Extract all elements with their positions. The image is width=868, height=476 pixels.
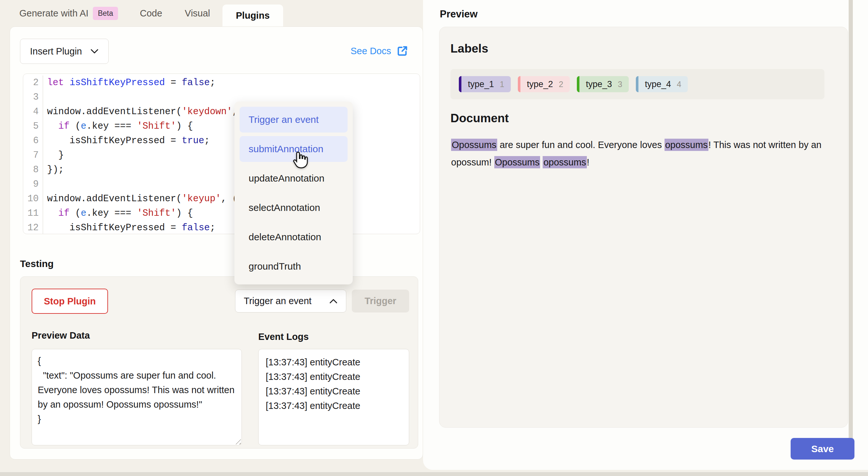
code-text: isShiftKeyPressed = true; [43, 136, 210, 146]
line-number: 4 [23, 105, 43, 119]
chevron-down-icon [90, 49, 99, 54]
testing-heading: Testing [20, 258, 54, 269]
line-number: 3 [23, 90, 43, 105]
event-menu-item[interactable]: deleteAnnotation [240, 224, 348, 250]
tab-bar: Generate with AI Beta Code Visual Plugin… [19, 0, 283, 26]
code-line[interactable]: 9 [23, 177, 420, 191]
label-hotkey: 4 [677, 80, 681, 89]
event-log-line: [13:37:43] entityCreate [266, 355, 402, 369]
vertical-scrollbar[interactable] [849, 0, 853, 449]
event-dropdown-menu: Trigger an eventsubmitAnnotationupdateAn… [235, 101, 353, 285]
label-color-bar [636, 76, 639, 92]
see-docs-link[interactable]: See Docs [350, 45, 408, 57]
event-logs-box: [13:37:43] entityCreate[13:37:43] entity… [258, 349, 409, 445]
code-text: }); [43, 165, 64, 175]
tab-generate-label: Generate with AI [19, 8, 88, 19]
label-name: type_2 [527, 79, 553, 89]
beta-badge: Beta [93, 7, 118, 20]
insert-plugin-label: Insert Plugin [30, 46, 82, 57]
external-link-icon [396, 45, 408, 57]
event-logs-heading: Event Logs [258, 331, 309, 342]
code-line[interactable]: 7 } [23, 148, 420, 162]
event-menu-item[interactable]: Trigger an event [240, 107, 348, 132]
line-number: 6 [23, 133, 43, 148]
preview-card: Labels type_11type_22type_33type_44 Docu… [439, 27, 848, 428]
document-span: ! [587, 157, 589, 167]
label-chip-body: type_44 [639, 76, 688, 92]
code-text: if (e.key === 'Shift') { [43, 121, 193, 131]
event-select-value: Trigger an event [244, 296, 311, 306]
event-menu-item[interactable]: selectAnnotation [240, 195, 348, 220]
insert-plugin-button[interactable]: Insert Plugin [20, 39, 108, 64]
label-chip-body: type_11 [461, 76, 511, 92]
line-number: 8 [23, 162, 43, 177]
label-color-bar [577, 76, 580, 92]
line-number: 9 [23, 177, 43, 191]
document-text[interactable]: Opossums are super fun and cool. Everyon… [451, 136, 835, 171]
document-span: are super fun and cool. Everyone loves [497, 140, 664, 150]
label-chip-body: type_33 [580, 76, 629, 92]
label-chip-type_1[interactable]: type_11 [459, 76, 511, 92]
code-text: if (e.key === 'Shift') { [43, 208, 193, 219]
code-line[interactable]: 11 if (e.key === 'Shift') { [23, 206, 420, 220]
annotated-span[interactable]: Opossums [451, 139, 497, 151]
code-text: window.addEventListener('keydown', (e [43, 107, 255, 117]
tab-plugins[interactable]: Plugins [222, 4, 283, 26]
save-button[interactable]: Save [790, 438, 855, 459]
preview-data-textarea[interactable]: { "text": "Opossums are super fun and co… [32, 349, 242, 445]
code-line[interactable]: 6 isShiftKeyPressed = true; [23, 133, 420, 148]
code-text: isShiftKeyPressed = false; [43, 222, 215, 233]
label-chip-type_3[interactable]: type_33 [577, 76, 629, 92]
label-color-bar [459, 76, 461, 92]
event-menu-item[interactable]: groundTruth [240, 254, 348, 279]
annotated-span[interactable]: opossums [542, 156, 587, 168]
label-name: type_3 [586, 79, 612, 89]
tab-visual[interactable]: Visual [185, 8, 210, 19]
stop-plugin-button[interactable]: Stop Plugin [32, 289, 108, 314]
label-name: type_1 [468, 79, 494, 89]
line-number: 10 [23, 191, 43, 206]
document-heading: Document [451, 112, 509, 125]
chevron-up-icon [329, 299, 338, 304]
code-text: window.addEventListener('keyup', (e [43, 194, 243, 204]
line-number: 11 [23, 206, 43, 220]
code-line[interactable]: 3 [23, 90, 420, 105]
label-chip-type_2[interactable]: type_22 [518, 76, 570, 92]
cursor-pointer-icon [292, 151, 308, 169]
see-docs-label: See Docs [350, 46, 391, 56]
label-hotkey: 3 [618, 80, 622, 89]
annotated-span[interactable]: Opossums [494, 156, 540, 168]
code-text: } [43, 150, 64, 160]
testing-card: Stop Plugin Trigger an event Trigger Pre… [20, 276, 418, 449]
app-root: Preview Labels type_11type_22type_33type… [0, 0, 868, 476]
label-chip-body: type_22 [520, 76, 570, 92]
code-text: let isShiftKeyPressed = false; [43, 78, 215, 88]
label-name: type_4 [645, 79, 671, 89]
code-line[interactable]: 8}); [23, 162, 420, 177]
event-log-line: [13:37:43] entityCreate [266, 398, 402, 413]
code-line[interactable]: 10window.addEventListener('keyup', (e [23, 191, 420, 206]
label-chip-type_4[interactable]: type_44 [636, 76, 688, 92]
line-number: 2 [23, 76, 43, 90]
event-select[interactable]: Trigger an event [235, 290, 346, 313]
trigger-button: Trigger [352, 290, 409, 313]
tab-code[interactable]: Code [140, 8, 162, 19]
line-number: 7 [23, 148, 43, 162]
preview-panel-title: Preview [440, 8, 477, 20]
label-hotkey: 2 [559, 80, 563, 89]
preview-data-heading: Preview Data [32, 330, 90, 341]
code-line[interactable]: 2let isShiftKeyPressed = false; [23, 76, 420, 90]
labels-row: type_11type_22type_33type_44 [451, 69, 825, 99]
code-line[interactable]: 4window.addEventListener('keydown', (e [23, 105, 420, 119]
label-hotkey: 1 [500, 80, 504, 89]
annotated-span[interactable]: opossums [664, 139, 708, 151]
line-number: 12 [23, 220, 43, 234]
code-line[interactable]: 12 isShiftKeyPressed = false; [23, 220, 420, 234]
tab-generate-with-ai[interactable]: Generate with AI Beta [19, 7, 118, 20]
line-number: 5 [23, 119, 43, 133]
plugins-panel: Insert Plugin See Docs 2let isShiftKeyPr… [10, 26, 423, 459]
event-menu-item[interactable]: updateAnnotation [240, 166, 348, 191]
code-line[interactable]: 5 if (e.key === 'Shift') { [23, 119, 420, 133]
code-editor[interactable]: 2let isShiftKeyPressed = false;34window.… [23, 73, 420, 234]
preview-panel: Preview Labels type_11type_22type_33type… [423, 0, 868, 470]
